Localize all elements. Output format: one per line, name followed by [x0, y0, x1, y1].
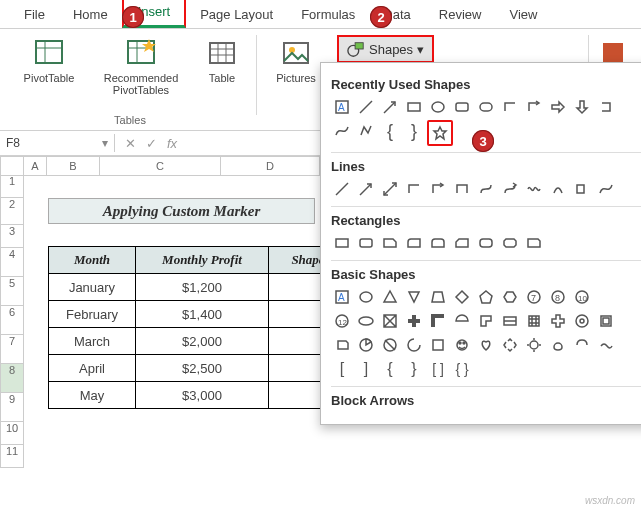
row-3[interactable]: 3: [0, 225, 24, 248]
line12[interactable]: [595, 178, 617, 200]
line-arrow-shape[interactable]: [379, 96, 401, 118]
line4[interactable]: [403, 178, 425, 200]
row-5[interactable]: 5: [0, 277, 24, 306]
col-d[interactable]: D: [221, 156, 320, 176]
b13[interactable]: [355, 310, 377, 332]
pictures-button[interactable]: Pictures: [265, 35, 327, 86]
rect5[interactable]: [427, 232, 449, 254]
enter-icon[interactable]: ✓: [146, 136, 157, 151]
right-arrow-shape[interactable]: [547, 96, 569, 118]
col-c[interactable]: C: [100, 156, 221, 176]
tab-page-layout[interactable]: Page Layout: [186, 1, 287, 28]
rect4[interactable]: [403, 232, 425, 254]
rect8[interactable]: [499, 232, 521, 254]
b28[interactable]: [427, 334, 449, 356]
b8[interactable]: [499, 286, 521, 308]
row-2[interactable]: 2: [0, 198, 24, 225]
roundrect2-shape[interactable]: [475, 96, 497, 118]
line9[interactable]: [523, 178, 545, 200]
b22[interactable]: [571, 310, 593, 332]
tab-home[interactable]: Home: [59, 1, 122, 28]
b24[interactable]: [331, 334, 353, 356]
table-button[interactable]: Table: [196, 35, 248, 98]
tab-formulas[interactable]: Formulas: [287, 1, 369, 28]
cell[interactable]: May: [49, 382, 136, 409]
tab-file[interactable]: File: [10, 1, 59, 28]
b18[interactable]: [475, 310, 497, 332]
recommended-pivottables-button[interactable]: Recommended PivotTables: [94, 35, 188, 98]
roundrect-shape[interactable]: [451, 96, 473, 118]
line1[interactable]: [331, 178, 353, 200]
rect3[interactable]: [379, 232, 401, 254]
cell[interactable]: $2,000: [136, 328, 269, 355]
b4[interactable]: [403, 286, 425, 308]
col-b[interactable]: B: [47, 156, 100, 176]
b6[interactable]: [451, 286, 473, 308]
b10[interactable]: 8: [547, 286, 569, 308]
b21[interactable]: [547, 310, 569, 332]
b12[interactable]: 12: [331, 310, 353, 332]
b25[interactable]: [355, 334, 377, 356]
line3[interactable]: [379, 178, 401, 200]
b32[interactable]: [523, 334, 545, 356]
cell[interactable]: February: [49, 301, 136, 328]
rect2[interactable]: [355, 232, 377, 254]
rect-shape[interactable]: [403, 96, 425, 118]
b19[interactable]: [499, 310, 521, 332]
b1[interactable]: A: [331, 286, 353, 308]
b16[interactable]: [427, 310, 449, 332]
line5[interactable]: [427, 178, 449, 200]
col-a[interactable]: A: [24, 156, 47, 176]
b17[interactable]: [451, 310, 473, 332]
line6[interactable]: [451, 178, 473, 200]
oval-shape[interactable]: [427, 96, 449, 118]
shapes-button[interactable]: Shapes ▾: [337, 35, 434, 63]
b14[interactable]: [379, 310, 401, 332]
rect6[interactable]: [451, 232, 473, 254]
b3[interactable]: [379, 286, 401, 308]
row-9[interactable]: 9: [0, 393, 24, 422]
textbox-shape[interactable]: A: [331, 96, 353, 118]
elbow-arrow-shape[interactable]: [523, 96, 545, 118]
cell[interactable]: $3,000: [136, 382, 269, 409]
b30[interactable]: [475, 334, 497, 356]
b41[interactable]: { }: [451, 358, 473, 380]
down-arrow-shape[interactable]: [571, 96, 593, 118]
scurve-shape[interactable]: [331, 120, 353, 142]
cell[interactable]: April: [49, 355, 136, 382]
b39[interactable]: }: [403, 358, 425, 380]
b31[interactable]: [499, 334, 521, 356]
row-7[interactable]: 7: [0, 335, 24, 364]
elbow-shape[interactable]: [499, 96, 521, 118]
line8[interactable]: [499, 178, 521, 200]
b7[interactable]: [475, 286, 497, 308]
b20[interactable]: [523, 310, 545, 332]
rect7[interactable]: [475, 232, 497, 254]
cancel-icon[interactable]: ✕: [125, 136, 136, 151]
row-4[interactable]: 4: [0, 248, 24, 277]
star-shape[interactable]: [427, 120, 453, 146]
b2[interactable]: [355, 286, 377, 308]
cell[interactable]: $2,500: [136, 355, 269, 382]
cell[interactable]: $1,200: [136, 274, 269, 301]
tab-review[interactable]: Review: [425, 1, 496, 28]
b5[interactable]: [427, 286, 449, 308]
line11[interactable]: [571, 178, 593, 200]
lbrace-shape[interactable]: {: [379, 120, 401, 142]
cell[interactable]: March: [49, 328, 136, 355]
b29[interactable]: [451, 334, 473, 356]
line2[interactable]: [355, 178, 377, 200]
cell[interactable]: January: [49, 274, 136, 301]
b27[interactable]: [403, 334, 425, 356]
line10[interactable]: [547, 178, 569, 200]
b33[interactable]: [547, 334, 569, 356]
b38[interactable]: {: [379, 358, 401, 380]
b9[interactable]: 7: [523, 286, 545, 308]
row-6[interactable]: 6: [0, 306, 24, 335]
freeform-shape[interactable]: [355, 120, 377, 142]
b35[interactable]: [595, 334, 617, 356]
b26[interactable]: [379, 334, 401, 356]
line-shape[interactable]: [355, 96, 377, 118]
line7[interactable]: [475, 178, 497, 200]
pivottable-button[interactable]: PivotTable: [12, 35, 86, 98]
